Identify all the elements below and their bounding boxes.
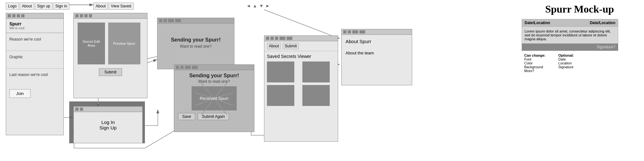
saved-title: Saved Secrets Viewer [267, 54, 335, 59]
nav2-about[interactable]: About [93, 3, 108, 10]
nav1-signup[interactable]: Sign up [35, 3, 52, 10]
can-change-more: More? [524, 69, 545, 73]
about-btn-2 [348, 30, 351, 33]
last-reason: Last reason we're cool [9, 72, 48, 77]
window-editor: Secret Edit Area Preview Spurr Submit [73, 13, 147, 98]
secret-thumb-3[interactable] [267, 85, 294, 106]
window-sending1: Sending your Spurr! Want to read one? [157, 18, 234, 69]
saved-btn-5 [287, 37, 292, 40]
card-col2: Date/Location [590, 21, 615, 25]
sending2-btn-1 [176, 66, 179, 69]
secret-edit-area[interactable]: Secret Edit Area [78, 23, 105, 64]
titlebar-btn-2 [12, 14, 15, 17]
nav-bar-2: About View Saved [93, 3, 134, 10]
card-col1: Date/Location [525, 21, 550, 25]
card-body-text: Lorem ipsum dolor sit amet, consectetur … [525, 29, 615, 41]
editor-btn-2 [80, 14, 83, 17]
window-login: Log In Sign Up [73, 106, 143, 143]
sending2-subtitle: Want to read one? [178, 79, 250, 84]
sending2-btn-2 [180, 66, 184, 69]
about-btn-3 [352, 30, 358, 33]
can-change-background: Background [524, 65, 545, 69]
login-btn-2 [80, 108, 83, 111]
sending2-btn-3 [185, 66, 191, 69]
window-saved-secrets: About Submit Saved Secrets Viewer [264, 35, 338, 142]
secret-thumb-4[interactable] [302, 85, 330, 106]
sending2-title: Sending your Spurr! [178, 73, 250, 79]
window-sending2: Sending your Spurr! Want to read one? Re… [174, 64, 254, 132]
optional-location: Location [558, 61, 574, 65]
reason-cool: Reason we're cool [9, 37, 41, 42]
arrow-up[interactable]: ▲ [253, 3, 257, 8]
login-label: Log In Sign Up [99, 119, 117, 130]
arrow-right[interactable]: ► [266, 3, 270, 8]
secret-thumb-1[interactable] [267, 62, 294, 82]
about-team: About the team [346, 51, 408, 55]
nav2-viewsaved[interactable]: View Saved [109, 3, 133, 10]
received-spurr-label: Received Spurr [200, 96, 229, 101]
titlebar-btn-3 [17, 14, 20, 17]
sending1-subtitle: Want to read one? [180, 44, 212, 49]
about-title: About Spurr [346, 39, 408, 44]
editor-btn-4 [89, 14, 92, 17]
arrow-down[interactable]: ▼ [259, 3, 264, 8]
card-signature: Signature? [597, 45, 615, 49]
notes-section: Can change: Font Color Background More? … [522, 53, 638, 73]
saved-btn-1 [266, 37, 269, 40]
saved-nav-submit[interactable]: Submit [283, 43, 298, 49]
window-sidebar: Spurr We're cool Reason we're cool Graph… [6, 13, 64, 135]
titlebar-btn-1 [8, 14, 11, 17]
editor-btn-1 [75, 14, 79, 17]
mockup-panel: Spurr Mock-up Date/Location Date/Locatio… [522, 3, 638, 73]
about-btn-4 [359, 30, 365, 33]
mockup-title: Spurr Mock-up [522, 3, 638, 15]
graphic: Graphic [9, 55, 23, 59]
window-about: About Spurr About the team [341, 29, 412, 85]
preview-spurr: Preview Spurr [108, 23, 140, 64]
editor-btn-3 [84, 14, 88, 17]
svg-line-12 [264, 10, 340, 39]
nav1-signin[interactable]: Sign in [53, 3, 70, 10]
nav-bar-1: Logo About Sign up Sign in [6, 3, 69, 10]
app-tagline: We're cool [9, 26, 60, 30]
received-spurr-box: Received Spurr [192, 86, 237, 110]
submit-button[interactable]: Submit [99, 68, 122, 76]
app-name: Spurr [9, 21, 60, 26]
sending1-title: Sending your Spurr! [171, 37, 221, 43]
arrow-left[interactable]: ◄ [246, 3, 251, 8]
can-change-label: Can change: [524, 53, 545, 57]
can-change-color: Color [524, 61, 545, 65]
sending1-btn-2 [164, 19, 167, 22]
nav1-about[interactable]: About [20, 3, 34, 10]
nav1-logo[interactable]: Logo [6, 3, 19, 10]
saved-btn-2 [270, 37, 274, 40]
join-button[interactable]: Join [9, 89, 31, 98]
mock-card: Date/Location Date/Location Lorem ipsum … [522, 19, 618, 51]
about-btn-1 [343, 30, 346, 33]
optional-date: Date [558, 57, 574, 61]
saved-btn-3 [275, 37, 278, 40]
login-btn-1 [75, 108, 79, 111]
saved-btn-4 [279, 37, 285, 40]
sending2-btn-4 [192, 66, 198, 69]
saved-nav-about[interactable]: About [267, 43, 281, 49]
can-change-font: Font [524, 57, 545, 61]
nav-arrows: ◄ ▲ ▼ ► [246, 3, 270, 8]
sending1-btn-3 [168, 19, 174, 22]
optional-signature: Signature [558, 65, 574, 69]
save-button[interactable]: Save [178, 113, 195, 120]
secret-thumb-2[interactable] [302, 62, 330, 82]
sending1-btn-1 [159, 19, 162, 22]
titlebar-btn-4 [21, 14, 24, 17]
sending1-btn-4 [175, 19, 181, 22]
optional-label: Optional: [558, 53, 574, 57]
